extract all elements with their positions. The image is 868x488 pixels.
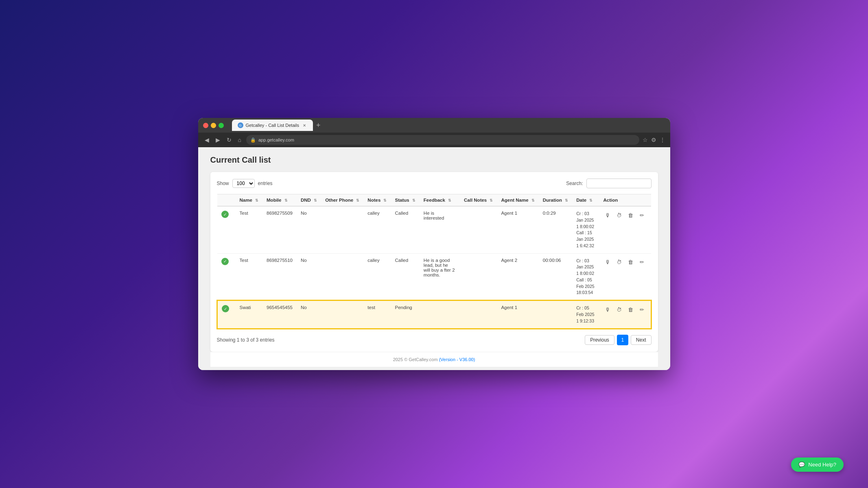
sort-duration-icon[interactable]: ⇅ [565,198,568,203]
row-notes: calley [363,253,391,301]
col-dnd: DND ⇅ [297,194,321,207]
row-status: Pending [391,301,419,329]
row-date: Cr : 05 Feb 2025 1 9:12:33 [572,301,599,329]
col-feedback: Feedback ⇅ [420,194,460,207]
search-label: Search: [566,181,583,186]
row-actions: 🎙 ⏱ 🗑 ✏ [599,253,651,301]
row-mobile: 9654545455 [262,301,297,329]
back-button[interactable]: ◀ [203,135,211,145]
row-agent-name: Agent 2 [497,253,538,301]
sort-dnd-icon[interactable]: ⇅ [314,198,317,203]
edit-icon[interactable]: ✏ [637,211,646,220]
bookmark-icon[interactable]: ☆ [643,137,648,143]
sort-feedback-icon[interactable]: ⇅ [448,198,451,203]
row-duration [539,301,572,329]
col-duration: Duration ⇅ [539,194,572,207]
page-number-1[interactable]: 1 [617,335,628,345]
tab-close-button[interactable]: ✕ [302,122,307,128]
new-tab-button[interactable]: + [313,121,324,130]
minimize-button[interactable] [211,123,216,128]
sort-mobile-icon[interactable]: ⇅ [284,198,288,203]
row-feedback [420,301,460,329]
history-icon[interactable]: ⏱ [614,305,623,314]
footer: 2025 © GetCalley.com (Version - V36.00) [210,352,658,367]
col-name: Name ⇅ [236,194,263,207]
maximize-button[interactable] [219,123,224,128]
table-container: Show 100 25 50 entries Search: [210,172,658,352]
next-button[interactable]: Next [631,335,652,345]
traffic-lights [203,123,224,128]
row-indicator: ✓ [217,206,236,253]
close-button[interactable] [203,123,208,128]
reload-button[interactable]: ↻ [225,135,233,145]
row-actions: 🎙 ⏱ 🗑 ✏ [599,206,651,253]
check-icon: ✓ [223,259,227,264]
menu-icon[interactable]: ⋮ [660,137,665,143]
table-body: ✓ Test 8698275509 No calley Called He is… [217,206,651,329]
version-link[interactable]: (Version - V36.00) [439,357,475,362]
row-feedback: He is a good lead, but he will buy a fte… [420,253,460,301]
col-call-notes: Call Notes ⇅ [460,194,497,207]
delete-icon[interactable]: 🗑 [626,211,635,220]
sort-agent-icon[interactable]: ⇅ [531,198,535,203]
edit-icon[interactable]: ✏ [637,258,646,267]
sort-phone-icon[interactable]: ⇅ [356,198,359,203]
row-dnd: No [297,206,321,253]
delete-icon[interactable]: 🗑 [626,258,635,267]
previous-button[interactable]: Previous [585,335,614,345]
call-icon[interactable]: 🎙 [603,211,612,220]
col-notes: Notes ⇅ [363,194,391,207]
history-icon[interactable]: ⏱ [614,211,623,220]
row-other-phone [321,301,363,329]
row-feedback: He is interested [420,206,460,253]
row-dnd: No [297,301,321,329]
row-indicator: ✓ [217,301,236,329]
footer-text: 2025 © GetCalley.com [393,357,438,362]
tab-favicon: G [238,122,243,128]
row-name: Test [236,253,263,301]
home-button[interactable]: ⌂ [236,135,243,145]
row-name: Test [236,206,263,253]
row-mobile: 8698275510 [262,253,297,301]
pagination: Showing 1 to 3 of 3 entries Previous 1 N… [217,335,652,345]
row-actions: 🎙 ⏱ 🗑 ✏ [599,301,651,329]
forward-button[interactable]: ▶ [214,135,222,145]
row-call-notes [460,301,497,329]
search-input[interactable] [586,179,652,188]
call-icon[interactable]: 🎙 [603,258,612,267]
check-icon: ✓ [223,212,227,217]
lock-icon: 🔒 [250,137,256,143]
history-icon[interactable]: ⏱ [614,258,623,267]
status-dot: ✓ [222,305,229,312]
help-label: Need Help? [808,462,836,468]
sort-date-icon[interactable]: ⇅ [589,198,593,203]
col-status: Status ⇅ [391,194,419,207]
row-status: Called [391,253,419,301]
row-duration: 0:0:29 [539,206,572,253]
status-dot: ✓ [221,211,229,218]
show-label: Show [217,181,229,186]
row-date: Cr : 03 Jan 2025 1 8:00:02Call : 05 Feb … [572,253,599,301]
call-list-table: Name ⇅ Mobile ⇅ DND ⇅ Other Phone ⇅ Note… [217,194,652,329]
table-row: ✓ Test 8698275510 No calley Called He is… [217,253,651,301]
row-notes: test [363,301,391,329]
entries-label: entries [258,181,273,186]
delete-icon[interactable]: 🗑 [626,305,635,314]
sort-status-icon[interactable]: ⇅ [412,198,415,203]
row-call-notes [460,206,497,253]
sort-notes-icon[interactable]: ⇅ [383,198,387,203]
edit-icon[interactable]: ✏ [637,305,646,314]
entries-select[interactable]: 100 25 50 [232,179,255,188]
row-other-phone [321,206,363,253]
call-icon[interactable]: 🎙 [603,305,612,314]
sort-callnotes-icon[interactable]: ⇅ [490,198,493,203]
showing-text: Showing 1 to 3 of 3 entries [217,337,275,343]
sort-name-icon[interactable]: ⇅ [255,198,258,203]
row-other-phone [321,253,363,301]
extensions-icon[interactable]: ⚙ [651,137,656,143]
active-tab[interactable]: G Getcalley - Call List Details ✕ [232,120,313,131]
table-row: ✓ Swati 9654545455 No test Pending Agent… [217,301,651,329]
need-help-button[interactable]: 💬 Need Help? [791,458,844,472]
page-title: Current Call list [210,155,658,165]
address-bar[interactable]: 🔒 app.getcalley.com [246,135,639,145]
